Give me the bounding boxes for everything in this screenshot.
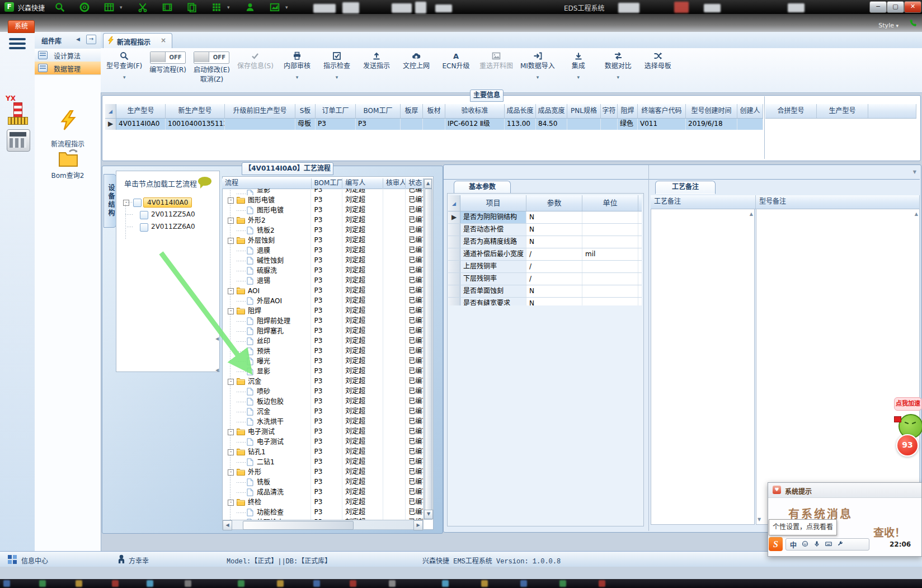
col-header[interactable]: 板材 <box>423 104 445 118</box>
proc-col-header[interactable]: BOM工厂 <box>312 178 343 189</box>
taskbar-app-icon[interactable] <box>147 580 153 587</box>
ribbon-write-flow[interactable]: OFF编写流程(R) <box>149 48 186 75</box>
collapse-left-icon[interactable]: ◀ <box>76 36 80 42</box>
checkbox-icon[interactable] <box>133 199 142 207</box>
integrate-dropdown-icon[interactable]: ▾ <box>577 74 580 80</box>
process-row[interactable]: 曝光P3刘定超已编写 <box>222 356 424 366</box>
taskbar-app-icon[interactable] <box>350 580 356 587</box>
minimize-button[interactable]: ─ <box>869 1 887 13</box>
film-icon[interactable] <box>162 2 173 12</box>
param-row[interactable]: 上层残铜率/ <box>448 261 642 273</box>
collapse-node-icon[interactable]: - <box>228 308 234 314</box>
tab-device-structure[interactable]: 设备结构 <box>104 174 116 228</box>
process-row[interactable]: - 外层蚀刻P3刘定超已编写 <box>222 236 424 246</box>
person-icon[interactable] <box>245 2 256 12</box>
lifebuoy-icon[interactable] <box>79 2 91 12</box>
checkbox-icon[interactable] <box>140 211 148 219</box>
ribbon-data-compare[interactable]: 数据对比▾ <box>602 48 634 80</box>
process-row[interactable]: 水洗烘干P3刘定超已编写 <box>222 417 424 427</box>
col-header[interactable]: 合拼型号 <box>765 104 817 118</box>
collapse-node-icon[interactable]: - <box>228 218 234 224</box>
ribbon-select-motherboard[interactable]: 选择母板 <box>642 48 674 71</box>
collapse-node-icon[interactable]: - <box>228 238 234 244</box>
accelerate-bubble[interactable]: 点我加速 <box>894 397 922 411</box>
ribbon-model-query[interactable]: 型号查询(F)▾ <box>106 48 142 80</box>
param-col-header[interactable]: 参数 <box>526 195 582 211</box>
col-header[interactable]: S板 <box>295 104 316 118</box>
process-row[interactable]: 碱性蚀刻P3刘定超已编写 <box>222 256 424 266</box>
collapse-node-icon[interactable]: - <box>228 469 234 476</box>
chevron-down-icon[interactable]: ▾ <box>120 4 123 10</box>
v-scrollbar[interactable]: ▲ ▼ <box>424 178 432 520</box>
process-row[interactable]: - 阻焊P3刘定超已编写 <box>222 306 424 316</box>
col-header[interactable]: 字符 <box>601 104 618 118</box>
process-row[interactable]: 图形电镀P3刘定超已编写 <box>222 205 424 215</box>
process-row[interactable]: 外层AOIP3刘定超已编写 <box>222 296 424 306</box>
col-header[interactable]: 成品宽度 <box>536 104 567 118</box>
process-row[interactable]: 显影P3刘定超已编写 <box>222 366 424 377</box>
param-row[interactable]: 是否动态补偿N <box>448 224 642 236</box>
collapse-node-icon[interactable]: - <box>228 500 234 506</box>
ribbon-send-instruction[interactable]: 发送指示 <box>360 48 393 71</box>
search-icon[interactable] <box>55 2 66 12</box>
taskbar-app-icon[interactable] <box>39 580 46 587</box>
collapse-node-icon[interactable]: - <box>228 379 234 385</box>
ribbon-ecn-upgrade[interactable]: AECN升级 <box>440 48 472 71</box>
taskbar-app-icon[interactable] <box>76 580 82 587</box>
taskbar-app-icon[interactable] <box>481 580 488 587</box>
taskbar-app-icon[interactable] <box>313 580 320 587</box>
ribbon-instruction-check[interactable]: 指示检查▾ <box>321 48 353 80</box>
tab-basic-params[interactable]: 基本参数 <box>454 181 511 194</box>
model-query-dropdown-icon[interactable]: ▾ <box>123 74 126 80</box>
sidebar-item-bom-query[interactable]: Bom查询2 <box>35 170 101 180</box>
process-row[interactable]: 硫脲洗P3刘定超已编写 <box>222 266 424 276</box>
sidebar-item-data-mgmt[interactable]: 数据管理 <box>35 62 101 75</box>
panel-collapse-icon[interactable]: ▼ <box>913 170 916 175</box>
taskbar-app-icon[interactable] <box>277 580 284 587</box>
col-header[interactable]: BOM工厂 <box>356 104 401 118</box>
process-row[interactable]: - 终检P3刘定超已编写 <box>222 497 424 507</box>
col-header[interactable]: 阻焊 <box>618 104 638 118</box>
keyboard-icon[interactable] <box>825 540 832 549</box>
sidebar-item-design-algo[interactable]: 设计算法 <box>35 49 101 62</box>
ribbon-internal-audit[interactable]: 内部审核▾ <box>281 48 313 80</box>
col-header[interactable]: 创建人 <box>737 104 763 118</box>
process-row[interactable]: 功能检查P3刘定超已编写 <box>222 507 424 518</box>
ribbon-doc-upload[interactable]: 文控上网 <box>400 48 432 71</box>
ribbon-start-modify[interactable]: OFF启动修改(E)取消(Z) <box>194 48 230 84</box>
tree-node-child[interactable]: 2V011ZZ5A0 <box>151 210 195 218</box>
proc-col-header[interactable]: 核审人 <box>383 178 406 189</box>
process-row[interactable]: 电子测试P3刘定超已编写 <box>222 437 424 447</box>
process-row[interactable]: 喷砂P3刘定超已编写 <box>222 387 424 397</box>
collapse-node-icon[interactable]: - <box>123 200 129 206</box>
taskbar-app-icon[interactable] <box>520 580 527 587</box>
proc-col-header[interactable]: 流程 <box>222 178 312 189</box>
process-row[interactable]: - 图形电镀P3刘定超已编写 <box>222 195 424 205</box>
sogou-icon[interactable]: S <box>769 537 783 551</box>
ime-toolbar[interactable]: 中 <box>785 538 869 551</box>
process-row[interactable]: - 钻孔1P3刘定超已编写 <box>222 447 424 457</box>
process-row[interactable]: 沉金P3刘定超已编写 <box>222 407 424 417</box>
chevron-down-icon[interactable]: ▾ <box>227 4 230 10</box>
process-row[interactable]: 二钻1P3刘定超已编写 <box>222 457 424 467</box>
taskbar-app-icon[interactable] <box>112 580 119 587</box>
collapse-node-icon[interactable]: - <box>228 197 234 204</box>
taskbar-app-icon[interactable] <box>389 580 396 587</box>
pin-right-icon[interactable]: → <box>86 35 96 44</box>
param-col-header[interactable]: 项目 <box>460 195 526 211</box>
mi-import-dropdown-icon[interactable]: ▾ <box>537 74 539 80</box>
col-header[interactable]: PNL规格 <box>567 104 601 118</box>
param-row[interactable]: ▶是否为阴阳铜结构N <box>448 211 642 224</box>
h-scrollbar[interactable]: ◀ ▶ <box>222 520 424 530</box>
yx-logo[interactable]: YX <box>6 95 30 125</box>
info-center-label[interactable]: 信息中心 <box>21 556 48 565</box>
scroll-up-icon[interactable]: ▲ <box>750 211 753 217</box>
process-row[interactable]: - AOIP3刘定超已编写 <box>222 286 424 296</box>
col-header[interactable]: 订单工厂 <box>316 104 356 118</box>
scissors-icon[interactable] <box>138 2 149 12</box>
mic-icon[interactable] <box>813 540 820 549</box>
checkbox-icon[interactable] <box>140 223 148 232</box>
hamburger-menu-icon[interactable] <box>0 35 35 51</box>
process-row[interactable]: 显影P3刘定超已编写 <box>222 189 424 195</box>
tab-process-remark[interactable]: 工艺备注 <box>655 181 716 194</box>
